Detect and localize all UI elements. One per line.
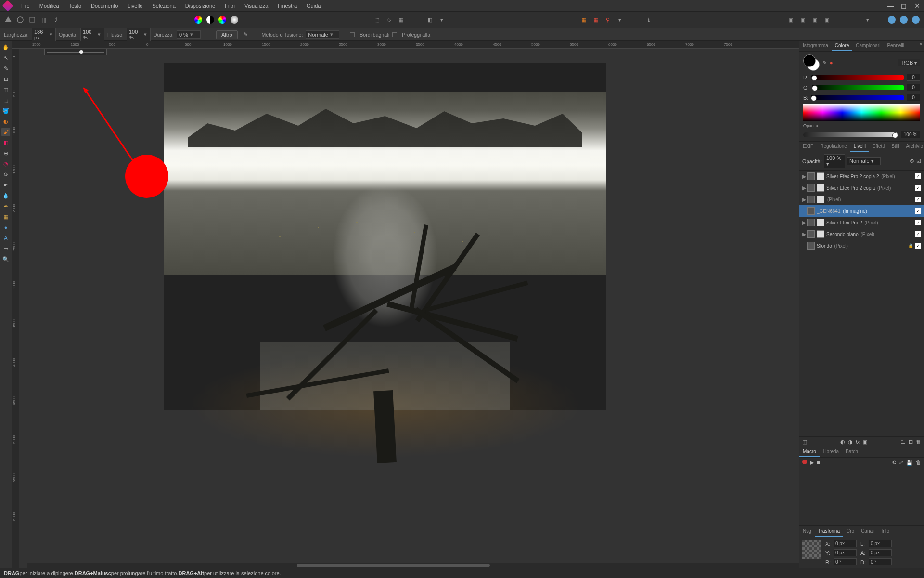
tab-livelli[interactable]: Livelli: [850, 142, 869, 152]
fx-text-icon[interactable]: fx: [856, 439, 860, 445]
grid-orange-icon[interactable]: ▦: [578, 14, 589, 25]
layer-row[interactable]: ▶Silver Efex Pro 2 copia (Pixel)✓: [799, 182, 924, 194]
gradient-tool-icon[interactable]: ◐: [1, 117, 10, 126]
delete-layer-icon[interactable]: 🗑: [916, 439, 921, 445]
macro-reset-icon[interactable]: ⟲: [892, 460, 896, 466]
menu-modifica[interactable]: Modifica: [35, 3, 64, 9]
layer-row[interactable]: ▶Silver Efex Pro 2 (Pixel)✓: [799, 217, 924, 228]
horizontal-scrollbar[interactable]: [27, 563, 799, 568]
macro-save-icon[interactable]: 💾: [906, 460, 913, 466]
play-icon[interactable]: ▶: [810, 460, 814, 466]
layer-opacity-input[interactable]: 100 % ▾: [824, 154, 845, 168]
visibility-checkbox[interactable]: ✓: [915, 197, 921, 202]
layer-row[interactable]: ▶Silver Efex Pro 2 copia 2 (Pixel)✓: [799, 171, 924, 182]
blur-tool-icon[interactable]: 💧: [1, 191, 10, 200]
visibility-checkbox[interactable]: ✓: [915, 173, 921, 179]
visibility-checkbox[interactable]: ✓: [915, 220, 921, 225]
mesh-tool-icon[interactable]: ▦: [1, 212, 10, 221]
blend-mode-select[interactable]: Normale▾: [306, 30, 339, 39]
layer-row[interactable]: Sfondo (Pixel)🔒✓: [799, 240, 924, 251]
marquee-icon[interactable]: ⬚: [372, 14, 382, 25]
wet-edges-checkbox[interactable]: [350, 32, 355, 37]
record-icon[interactable]: [802, 460, 807, 464]
adjustment-icon[interactable]: ◐: [840, 439, 845, 445]
expand-icon[interactable]: ▶: [802, 231, 807, 237]
snapping-icon[interactable]: ⚲: [603, 14, 613, 25]
align-drop-icon[interactable]: ▾: [862, 14, 873, 25]
tab-exif[interactable]: EXIF: [799, 142, 817, 152]
tab-nvg[interactable]: Nvg: [799, 526, 815, 537]
stop-icon[interactable]: ■: [817, 460, 820, 466]
brush-flow-input[interactable]: 100 %▾: [127, 28, 151, 41]
visibility-checkbox[interactable]: ✓: [915, 243, 921, 249]
hue-icon[interactable]: [217, 14, 228, 25]
visibility-checkbox[interactable]: ✓: [915, 208, 921, 214]
protect-alpha-checkbox[interactable]: [392, 32, 397, 37]
marquee-tool-icon[interactable]: ⬚: [1, 96, 10, 105]
more-button[interactable]: Altro: [216, 30, 238, 39]
menu-testo[interactable]: Testo: [64, 3, 86, 9]
persona-export-icon[interactable]: ⤴: [51, 14, 62, 25]
ruler-tool-icon[interactable]: ▭: [1, 244, 10, 253]
macro-expand-icon[interactable]: ⤢: [899, 460, 903, 466]
menu-file[interactable]: File: [16, 3, 35, 9]
align-icon[interactable]: ≡: [850, 14, 861, 25]
mask-icon[interactable]: ◫: [802, 439, 807, 445]
persona-liquify-icon[interactable]: [15, 14, 26, 25]
color-swatch-icon[interactable]: [193, 14, 204, 25]
expand-icon[interactable]: ▶: [802, 220, 807, 226]
dropdown-icon[interactable]: ▾: [436, 14, 447, 25]
brush-width-input[interactable]: 186 px▾: [32, 28, 56, 41]
visibility-checkbox[interactable]: ✓: [915, 231, 921, 237]
menu-finestra[interactable]: Finestra: [273, 3, 302, 9]
panel-close-icon[interactable]: ✕: [919, 42, 923, 47]
tab-pennelli[interactable]: Pennelli: [884, 41, 908, 51]
lightness-icon[interactable]: [229, 14, 240, 25]
move-tool-icon[interactable]: ↖: [1, 53, 10, 62]
transform-l-input[interactable]: [869, 540, 892, 547]
expand-icon[interactable]: ▶: [802, 173, 807, 180]
persona-tone-icon[interactable]: |||: [39, 14, 50, 25]
zoom-tool-icon[interactable]: 🔍: [1, 255, 10, 263]
shape-tool-icon[interactable]: ●: [1, 223, 10, 232]
b-slider[interactable]: [811, 95, 904, 100]
arrange-back-icon[interactable]: ▣: [809, 14, 820, 25]
text-tool-icon[interactable]: A: [1, 234, 10, 242]
fx-icon[interactable]: ◑: [848, 439, 853, 445]
paint-brush-tool-icon[interactable]: 🖌: [1, 128, 10, 136]
tab-istogramma[interactable]: Istogramma: [799, 41, 832, 51]
tab-canali[interactable]: Canali: [858, 526, 878, 537]
g-input[interactable]: 0: [907, 84, 920, 91]
tab-campionari[interactable]: Campionari: [852, 41, 884, 51]
dodge-tool-icon[interactable]: ◔: [1, 159, 10, 168]
tab-regolazione[interactable]: Regolazione: [817, 142, 850, 152]
smudge-tool-icon[interactable]: ☛: [1, 181, 10, 189]
group-icon[interactable]: 🗀: [900, 439, 906, 445]
tab-batch[interactable]: Batch: [842, 447, 861, 457]
transform-x-input[interactable]: [834, 540, 857, 547]
transform-r-input[interactable]: [834, 558, 857, 565]
tab-libreria[interactable]: Libreria: [820, 447, 842, 457]
menu-disposizione[interactable]: Disposizione: [180, 3, 220, 9]
crop-tool-icon[interactable]: ⊡: [1, 75, 10, 83]
assistant-icon[interactable]: ℹ: [643, 14, 654, 25]
clone-tool-icon[interactable]: ⊕: [1, 149, 10, 158]
color-picker-tool-icon[interactable]: ✎: [1, 64, 10, 73]
layer-blend-select[interactable]: Normale ▾: [847, 157, 881, 165]
tab-colore[interactable]: Colore: [832, 41, 852, 51]
tab-info[interactable]: Info: [878, 526, 893, 537]
lock-icon[interactable]: 🔒: [908, 243, 913, 248]
color-swatch[interactable]: [803, 54, 820, 71]
color-spectrum[interactable]: [803, 104, 920, 121]
color-opacity-input[interactable]: 100 %: [901, 131, 920, 138]
color-mode-select[interactable]: RGB ▾: [898, 59, 920, 66]
menu-seleziona[interactable]: Seleziona: [147, 3, 180, 9]
color-dot-icon[interactable]: ●: [830, 60, 833, 66]
brush-hardness-input[interactable]: 0 %▾: [177, 30, 201, 39]
color-opacity-slider[interactable]: [803, 132, 898, 137]
expand-icon[interactable]: ▶: [802, 197, 807, 203]
width-slider-popup[interactable]: [44, 49, 107, 55]
flood-tool-icon[interactable]: 🪣: [1, 106, 10, 115]
pen-tool-icon[interactable]: ✒: [1, 202, 10, 210]
eyedropper-icon[interactable]: ✎: [822, 60, 827, 66]
